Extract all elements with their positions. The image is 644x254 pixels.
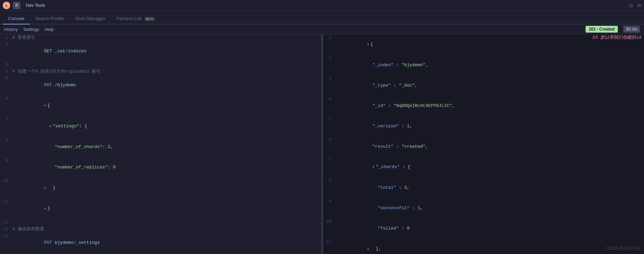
mail-icon[interactable]: ✉	[637, 3, 641, 8]
settings-button[interactable]: Settings	[23, 27, 39, 32]
top-bar-icons: E D Dev Tools	[3, 2, 45, 9]
left-editor-panel: 1 # 查看索引 2 GET _cat/indices 3 4	[0, 34, 321, 254]
response-line: 11 ▲ },	[323, 239, 644, 254]
beta-badge: BETA	[144, 17, 155, 21]
code-line: 7 ▼"settings": {	[0, 116, 321, 137]
left-editor-scroll[interactable]: 1 # 查看索引 2 GET _cat/indices 3 4	[0, 34, 321, 254]
response-line: 1 ▼{ ES 默认帮我们创建的id	[323, 34, 644, 55]
response-line: 4 "_id" : "8qOOQoIBchC40fP0JLIC",	[323, 96, 644, 116]
tab-grok-debugger[interactable]: Grok Debugger	[70, 13, 111, 24]
response-line: 10 "failed" : 0	[323, 218, 644, 239]
code-line: 9 "number_of_replicas": 0	[0, 157, 321, 178]
code-line: 3	[0, 61, 321, 68]
response-line: 8 "total" : 3,	[323, 178, 644, 198]
app-title: Dev Tools	[26, 3, 45, 8]
tab-console[interactable]: Console	[3, 13, 30, 24]
help-button[interactable]: Help	[45, 27, 54, 32]
right-editor-scroll[interactable]: 1 ▼{ ES 默认帮我们创建的id 2 "_index" : "bjydemo…	[323, 34, 644, 254]
response-line: 6 "result" : "created",	[323, 137, 644, 157]
code-line: 13 # 修改副本数量	[0, 226, 321, 233]
code-line: 1 # 查看索引	[0, 34, 321, 41]
devtools-icon: D	[13, 2, 20, 9]
right-panel: 1 ▼{ ES 默认帮我们创建的id 2 "_index" : "bjydemo…	[323, 34, 644, 254]
response-line: 2 "_index" : "bjydemo",	[323, 55, 644, 75]
elastic-logo: E	[3, 2, 10, 9]
code-line: 11 ▲}	[0, 198, 321, 219]
status-badge: 201 - Created	[586, 26, 618, 33]
annotation-text: ES 默认帮我们创建的id	[593, 34, 641, 41]
response-line: 5 "_version" : 1,	[323, 116, 644, 137]
code-line: 8 "number_of_shards": 2,	[0, 137, 321, 157]
tab-bar: Console Search Profiler Grok Debugger Pa…	[0, 11, 644, 24]
code-line: 2 GET _cat/indices	[0, 41, 321, 61]
code-line: 10 ▲ }	[0, 178, 321, 198]
watermark: CSDN @白居不易	[607, 246, 640, 251]
tab-search-profiler[interactable]: Search Profiler	[30, 13, 70, 24]
tab-painless-lab[interactable]: Painless Lab BETA	[111, 13, 160, 24]
svg-text:E: E	[5, 4, 7, 7]
response-line: 7 ▼"_shards" : {	[323, 157, 644, 178]
response-line: 3 "_type" : "_doc",	[323, 75, 644, 96]
response-line: 9 "successful" : 1,	[323, 198, 644, 218]
right-code-editor: 1 ▼{ ES 默认帮我们创建的id 2 "_index" : "bjydemo…	[323, 34, 644, 254]
history-button[interactable]: History	[4, 27, 18, 32]
code-line: 4 # 创建一个0 副本2分片的ropledata 索引	[0, 68, 321, 75]
code-line: 14 PUT bjydemo/_settings	[0, 233, 321, 253]
code-line: 12	[0, 219, 321, 226]
code-line: 5 PUT /bjydemo	[0, 75, 321, 95]
code-line: 6 ▼{	[0, 95, 321, 116]
top-bar: E D Dev Tools ⊡ ✉	[0, 0, 644, 11]
timing-badge: 80 ms	[623, 26, 640, 33]
sub-toolbar: History Settings Help 201 - Created 80 m…	[0, 24, 644, 34]
top-bar-right: ⊡ ✉	[629, 3, 641, 8]
window-icon[interactable]: ⊡	[629, 3, 633, 8]
main-content: 1 # 查看索引 2 GET _cat/indices 3 4	[0, 34, 644, 254]
left-code-editor: 1 # 查看索引 2 GET _cat/indices 3 4	[0, 34, 321, 254]
